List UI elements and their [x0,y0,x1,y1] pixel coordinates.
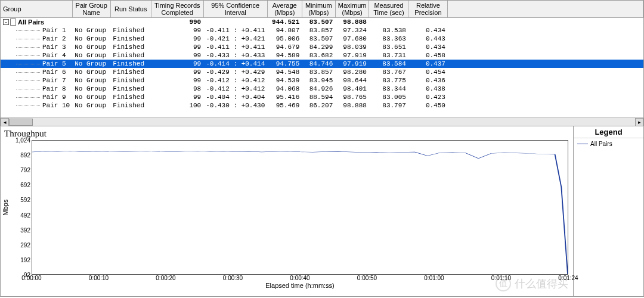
avg: 95.416 [267,93,302,101]
summary-label: All Pairs [18,18,44,26]
time: 83.538 [369,26,408,35]
col-header[interactable]: Average (Mbps) [267,1,302,18]
max: 98.765 [335,93,369,101]
max: 98.401 [335,85,369,93]
col-header[interactable]: Minimum (Mbps) [302,1,335,18]
pair-group: No Group [72,51,110,60]
plot-area[interactable] [32,140,568,275]
horizontal-scrollbar[interactable]: ◂ ▸ [1,117,643,126]
y-tick: 692 [7,182,30,188]
table-row[interactable]: Pair 3No GroupFinished99-0.411 : +0.4119… [1,43,643,51]
avg: 94.679 [267,43,302,51]
max: 97.919 [335,60,369,68]
cell [448,51,643,60]
confidence-interval: -0.430 : +0.430 [203,101,267,110]
x-tick: 0:00:10 [89,275,109,281]
col-header[interactable]: Relative Precision [408,1,448,18]
col-header[interactable]: 95% Confidence Interval [203,1,267,18]
time: 83.363 [369,35,408,43]
time: 83.344 [369,85,408,93]
max: 97.680 [335,35,369,43]
col-header[interactable]: Measured Time (sec) [369,1,408,18]
avg: 94.068 [267,85,302,93]
completed: 99 [151,68,203,76]
completed: 100 [151,101,203,110]
completed: 99 [151,76,203,85]
max: 97.324 [335,26,369,35]
max: 98.888 [335,101,369,110]
confidence-interval: -0.421 : +0.421 [203,35,267,43]
tree-branch-icon [16,30,40,31]
table-row[interactable]: Pair 1No GroupFinished99-0.411 : +0.4119… [1,26,643,35]
y-tick: 392 [7,226,30,233]
legend-item[interactable]: All Pairs [574,138,643,150]
watermark-text: 什么值得买 [515,277,568,291]
run-status: Finished [110,35,151,43]
tree-root[interactable]: - All Pairs [1,18,72,27]
avg: 94.755 [267,60,302,68]
pair-cell: Pair 2 [1,35,72,43]
pair-group: No Group [72,26,110,35]
min: 83.682 [302,51,335,60]
time: 83.775 [369,76,408,85]
avg: 94.548 [267,68,302,76]
min: 84.746 [302,60,335,68]
x-tick: 0:00:20 [156,275,175,281]
col-header[interactable]: Timing Records Completed [151,1,203,18]
tree-branch-icon [16,64,40,64]
cell [203,18,267,27]
confidence-interval: -0.412 : +0.412 [203,85,267,93]
time: 83.005 [369,93,408,101]
table-row[interactable]: Pair 10No GroupFinished100-0.430 : +0.43… [1,101,643,110]
scroll-thumb[interactable] [9,119,33,126]
cell [408,18,448,27]
max: 98.644 [335,76,369,85]
collapse-icon[interactable]: - [3,19,9,25]
col-header[interactable]: Maximum (Mbps) [335,1,369,18]
table-row[interactable]: Pair 5No GroupFinished99-0.414 : +0.4149… [1,60,643,68]
table-row[interactable]: Pair 9No GroupFinished99-0.404 : +0.4049… [1,93,643,101]
confidence-interval: -0.414 : +0.414 [203,60,267,68]
cell [369,18,408,27]
table-row[interactable]: Pair 2No GroupFinished99-0.421 : +0.4219… [1,35,643,43]
table-row[interactable]: Pair 4No GroupFinished99-0.433 : +0.4339… [1,51,643,60]
time: 83.797 [369,101,408,110]
summary-row[interactable]: - All Pairs990944.52183.50798.888 [1,18,643,27]
doc-icon [10,18,16,26]
cell [448,35,643,43]
precision: 0.438 [408,85,448,93]
min: 83.857 [302,26,335,35]
table-scroll-area[interactable]: GroupPair Group NameRun StatusTiming Rec… [1,1,643,110]
table-row[interactable]: Pair 8No GroupFinished98-0.412 : +0.4129… [1,85,643,93]
col-header[interactable]: Group [1,1,72,18]
pair-cell: Pair 8 [1,85,72,93]
col-header[interactable]: Pair Group Name [72,1,110,18]
pair-cell: Pair 3 [1,43,72,51]
y-tick: 792 [7,167,30,173]
avg: 95.469 [267,101,302,110]
pair-group: No Group [72,35,110,43]
min: 84.299 [302,43,335,51]
avg: 94.807 [267,26,302,35]
avg: 95.006 [267,35,302,43]
time: 83.767 [369,68,408,76]
tree-branch-icon [16,39,40,39]
throughput-line [32,141,568,274]
summary-min: 83.507 [302,18,335,27]
table-row[interactable]: Pair 7No GroupFinished99-0.412 : +0.4129… [1,76,643,85]
cell [448,68,643,76]
scroll-right-arrow-icon[interactable]: ▸ [635,118,643,126]
scroll-left-arrow-icon[interactable]: ◂ [1,118,9,126]
x-axis: 0:00:000:00:100:00:200:00:300:00:400:00:… [32,275,568,288]
run-status: Finished [110,101,151,110]
cell [448,26,643,35]
legend-title: Legend [574,126,643,138]
pair-group: No Group [72,43,110,51]
watermark-badge-icon: 值 [496,276,511,291]
col-header[interactable]: Run Status [110,1,151,18]
run-status: Finished [110,51,151,60]
summary-max: 98.888 [335,18,369,27]
min: 84.926 [302,85,335,93]
completed: 99 [151,35,203,43]
table-row[interactable]: Pair 6No GroupFinished99-0.429 : +0.4299… [1,68,643,76]
